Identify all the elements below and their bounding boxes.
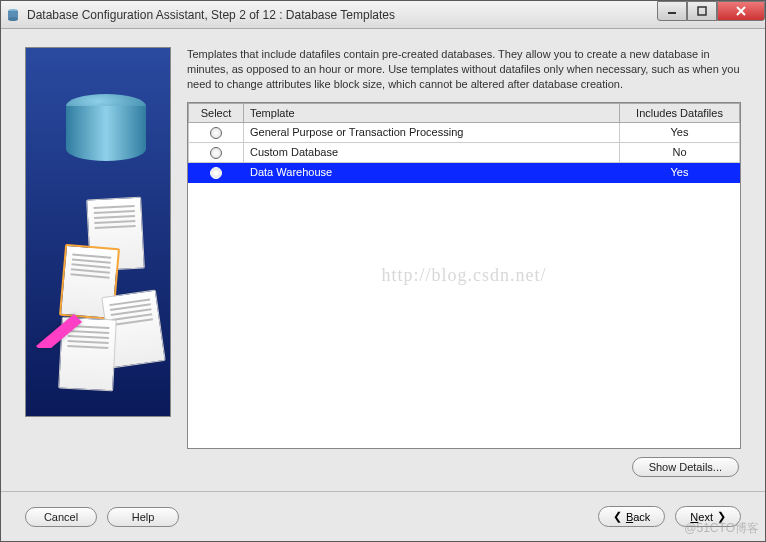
col-template: Template [244,103,620,122]
window: Database Configuration Assistant, Step 2… [0,0,766,542]
back-button[interactable]: ❮ Back [598,506,665,527]
wizard-footer: Cancel Help ❮ Back Next ❯ [1,491,765,541]
table-row[interactable]: General Purpose or Transaction Processin… [189,122,740,142]
svg-rect-4 [698,7,706,15]
minimize-button[interactable] [657,1,687,21]
app-icon [5,7,21,23]
help-button[interactable]: Help [107,507,179,527]
radio-icon[interactable] [210,147,222,159]
close-button[interactable] [717,1,765,21]
includes-value: No [620,142,740,162]
includes-value: Yes [620,122,740,142]
show-details-button[interactable]: Show Details... [632,457,739,477]
svg-marker-7 [36,314,82,348]
chevron-left-icon: ❮ [613,510,622,523]
template-name: General Purpose or Transaction Processin… [244,122,620,142]
window-title: Database Configuration Assistant, Step 2… [27,8,395,22]
description-text: Templates that include datafiles contain… [187,47,741,92]
main-panel: Templates that include datafiles contain… [187,47,741,481]
database-cylinder-icon [66,94,146,169]
titlebar[interactable]: Database Configuration Assistant, Step 2… [1,1,765,29]
col-includes: Includes Datafiles [620,103,740,122]
table-row[interactable]: Custom Database No [189,142,740,162]
includes-value: Yes [620,162,740,182]
radio-icon[interactable] [210,127,222,139]
template-name: Data Warehouse [244,162,620,182]
window-controls [657,1,765,21]
table-row[interactable]: Data Warehouse Yes [189,162,740,182]
wizard-sidebar-graphic [25,47,171,417]
svg-point-2 [8,17,18,21]
details-row: Show Details... [187,449,741,481]
content-area: Templates that include datafiles contain… [1,29,765,491]
radio-icon[interactable] [210,167,222,179]
template-name: Custom Database [244,142,620,162]
branding-watermark: @51CTO博客 [684,520,759,537]
col-select: Select [189,103,244,122]
maximize-button[interactable] [687,1,717,21]
cancel-button[interactable]: Cancel [25,507,97,527]
watermark-text: http://blog.csdn.net/ [382,265,547,286]
template-table: Select Template Includes Datafiles Gener… [187,102,741,449]
